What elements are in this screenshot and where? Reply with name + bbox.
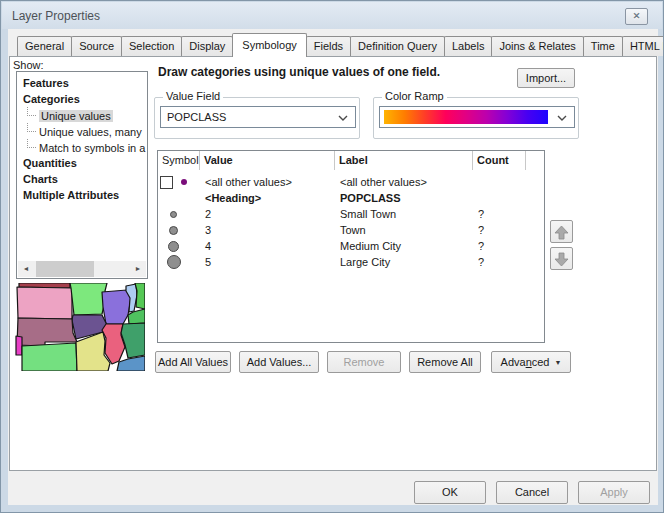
ok-button[interactable]: OK: [414, 481, 486, 504]
tab-symbology[interactable]: Symbology: [232, 33, 306, 57]
column-header-symbol: Symbol: [158, 151, 200, 170]
layer-properties-dialog: Layer Properties ✕ General Source Select…: [0, 0, 664, 513]
scroll-right-icon[interactable]: ►: [130, 261, 146, 277]
tab-labels[interactable]: Labels: [444, 36, 492, 56]
arrow-up-icon: [554, 225, 569, 240]
cancel-button[interactable]: Cancel: [496, 481, 568, 504]
tab-definition-query[interactable]: Definition Query: [350, 36, 445, 56]
circle-symbol-icon[interactable]: [167, 255, 181, 269]
color-ramp-swatch: [384, 110, 548, 124]
tab-fields[interactable]: Fields: [306, 36, 351, 56]
table-row-small-town[interactable]: 2 Small Town ?: [158, 206, 544, 222]
remove-button[interactable]: Remove: [327, 351, 401, 373]
advanced-button[interactable]: Advanced▼: [491, 351, 571, 373]
dialog-body: General Source Selection Display Symbolo…: [8, 29, 658, 505]
value-field-legend: Value Field: [163, 90, 223, 102]
chevron-down-icon: [338, 115, 348, 121]
tab-joins-relates[interactable]: Joins & Relates: [491, 36, 583, 56]
show-tree-list: Features Categories Unique values Unique…: [16, 71, 148, 279]
close-icon[interactable]: ✕: [625, 8, 648, 25]
add-values-button[interactable]: Add Values...: [239, 351, 319, 373]
table-row-large-city[interactable]: 5 Large City ?: [158, 254, 544, 270]
show-item-unique-values-many[interactable]: Unique values, many: [17, 123, 147, 139]
show-item-categories[interactable]: Categories: [17, 91, 147, 107]
scroll-left-icon[interactable]: ◄: [18, 261, 34, 277]
tab-display[interactable]: Display: [181, 36, 233, 56]
dropdown-caret-icon: ▼: [555, 359, 562, 366]
value-field-dropdown[interactable]: POPCLASS: [160, 106, 356, 128]
tab-html-popup[interactable]: HTML Popup: [622, 36, 664, 56]
color-ramp-group: Color Ramp: [373, 97, 579, 139]
show-item-unique-values[interactable]: Unique values: [17, 107, 147, 123]
show-label: Show:: [13, 59, 44, 71]
import-button[interactable]: Import...: [517, 68, 575, 88]
show-item-features[interactable]: Features: [17, 75, 147, 91]
tab-selection[interactable]: Selection: [121, 36, 182, 56]
tree-elbow-icon: [27, 139, 36, 148]
chevron-down-icon: [557, 115, 567, 121]
scrollbar-track[interactable]: [34, 261, 130, 277]
color-ramp-dropdown[interactable]: [379, 106, 575, 128]
circle-symbol-icon[interactable]: [170, 211, 177, 218]
remove-all-button[interactable]: Remove All: [409, 351, 481, 373]
tree-elbow-icon: [27, 123, 36, 132]
symbol-table: Symbol Value Label Count <all other valu…: [157, 150, 545, 343]
circle-symbol-icon[interactable]: [169, 226, 178, 235]
tab-time[interactable]: Time: [583, 36, 623, 56]
show-item-quantities[interactable]: Quantities: [17, 155, 147, 171]
move-up-button[interactable]: [550, 220, 573, 243]
move-down-button[interactable]: [550, 247, 573, 270]
table-row-town[interactable]: 3 Town ?: [158, 222, 544, 238]
symbology-tab-page: Show: Features Categories Unique values …: [9, 56, 657, 471]
method-description: Draw categories using unique values of o…: [158, 65, 440, 79]
all-other-values-symbol-icon[interactable]: [181, 179, 187, 185]
table-row-all-other-values[interactable]: <all other values> <all other values>: [158, 174, 544, 190]
table-row-medium-city[interactable]: 4 Medium City ?: [158, 238, 544, 254]
show-item-multiple-attributes[interactable]: Multiple Attributes: [17, 187, 147, 203]
circle-symbol-icon[interactable]: [168, 241, 179, 252]
value-field-value: POPCLASS: [167, 111, 226, 123]
apply-button[interactable]: Apply: [578, 481, 650, 504]
column-header-value: Value: [200, 151, 335, 170]
arrow-down-icon: [554, 252, 569, 267]
value-field-group: Value Field POPCLASS: [154, 97, 360, 139]
horizontal-scrollbar[interactable]: ◄ ►: [18, 261, 146, 277]
scrollbar-thumb[interactable]: [36, 261, 94, 277]
column-header-label: Label: [335, 151, 473, 170]
tab-general[interactable]: General: [17, 36, 72, 56]
tree-elbow-icon: [27, 107, 36, 116]
color-ramp-legend: Color Ramp: [382, 90, 447, 102]
show-item-match-symbols[interactable]: Match to symbols in a: [17, 139, 147, 155]
tab-source[interactable]: Source: [71, 36, 122, 56]
titlebar: Layer Properties ✕: [2, 2, 662, 29]
table-row-heading[interactable]: <Heading> POPCLASS: [158, 190, 544, 206]
symbol-table-header: Symbol Value Label Count: [158, 151, 544, 170]
window-title: Layer Properties: [12, 9, 100, 23]
column-header-count: Count: [473, 151, 526, 170]
symbology-map-preview: [15, 283, 145, 371]
add-all-values-button[interactable]: Add All Values: [155, 351, 231, 373]
all-other-values-checkbox[interactable]: [160, 176, 173, 189]
tab-strip: General Source Selection Display Symbolo…: [17, 32, 664, 56]
show-item-charts[interactable]: Charts: [17, 171, 147, 187]
